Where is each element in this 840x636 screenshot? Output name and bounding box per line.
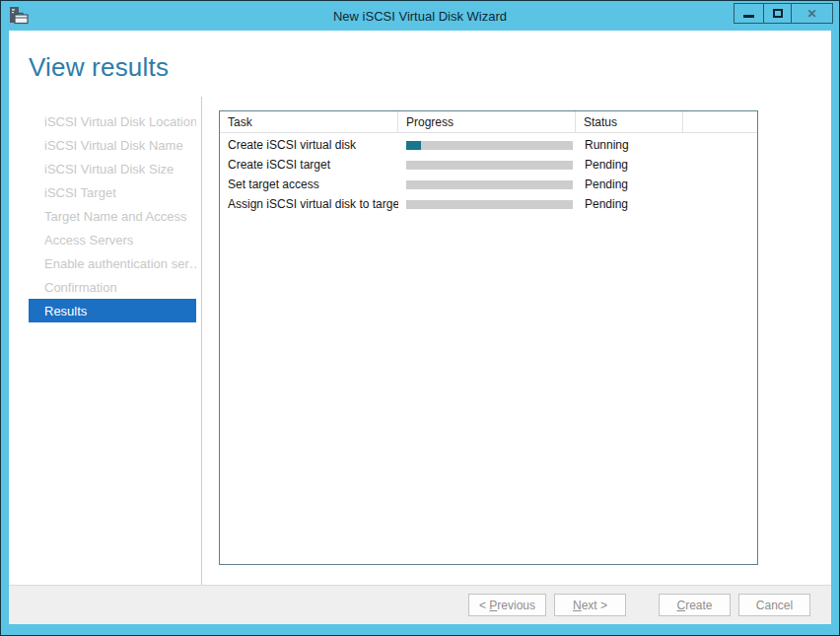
task-name: Assign iSCSI virtual disk to target <box>220 197 398 211</box>
cancel-button[interactable]: Cancel <box>738 594 810 616</box>
column-header-task[interactable]: Task <box>220 111 397 132</box>
maximize-icon <box>773 9 783 18</box>
sidebar-step-label: iSCSI Virtual Disk Location <box>44 114 196 129</box>
task-status: Pending <box>577 177 685 191</box>
close-button[interactable]: ✕ <box>791 4 832 23</box>
task-name: Create iSCSI target <box>220 158 398 172</box>
wizard-body: View results iSCSI Virtual Disk Location… <box>9 31 831 624</box>
sidebar-step-item[interactable]: iSCSI Target <box>29 180 196 204</box>
task-status: Pending <box>577 158 685 172</box>
wizard-steps-sidebar: iSCSI Virtual Disk Location iSCSI Virtua… <box>29 109 196 322</box>
sidebar-divider <box>201 97 202 603</box>
sidebar-step-item[interactable]: Confirmation <box>29 275 196 299</box>
task-progress-cell <box>398 141 577 150</box>
task-status: Running <box>577 138 685 152</box>
sidebar-step-label: Access Servers <box>44 233 133 247</box>
minimize-button[interactable] <box>735 4 763 23</box>
create-button[interactable]: Create <box>659 594 731 616</box>
wizard-footer: < Previous Next > Create Cancel <box>9 585 831 624</box>
wizard-app-icon <box>9 6 29 26</box>
progress-bar-track <box>406 200 573 209</box>
close-icon: ✕ <box>806 8 816 20</box>
task-name: Create iSCSI virtual disk <box>220 138 398 152</box>
sidebar-step-item[interactable]: Results <box>29 299 196 322</box>
maximize-button[interactable] <box>763 4 791 23</box>
sidebar-step-label: Enable authentication ser… <box>44 256 196 271</box>
progress-bar-track <box>406 161 573 170</box>
progress-bar-track <box>406 141 573 150</box>
sidebar-step-label: iSCSI Virtual Disk Size <box>44 162 174 177</box>
task-row: Set target access Pending <box>220 175 757 194</box>
sidebar-step-item[interactable]: Access Servers <box>29 228 196 251</box>
results-task-table: Task Progress Status Create iSCSI virtua… <box>219 110 758 565</box>
task-status: Pending <box>577 197 685 211</box>
sidebar-step-item[interactable]: iSCSI Virtual Disk Size <box>29 157 196 180</box>
column-header-progress[interactable]: Progress <box>397 111 575 132</box>
sidebar-step-label: Confirmation <box>44 280 117 295</box>
task-progress-cell <box>398 180 577 189</box>
progress-bar-track <box>406 180 573 189</box>
page-title: View results <box>29 52 169 83</box>
next-button[interactable]: Next > <box>554 594 626 616</box>
sidebar-step-label: Target Name and Access <box>44 209 187 224</box>
column-header-status[interactable]: Status <box>575 111 682 132</box>
window-title: New iSCSI Virtual Disk Wizard <box>333 9 507 24</box>
sidebar-step-label: iSCSI Virtual Disk Name <box>44 138 183 153</box>
minimize-icon <box>743 15 754 18</box>
task-progress-cell <box>398 200 577 209</box>
task-row: Assign iSCSI virtual disk to target Pend… <box>220 194 757 214</box>
table-rows: Create iSCSI virtual disk Running Create… <box>220 133 757 214</box>
sidebar-step-label: Results <box>44 304 87 318</box>
window-controls: ✕ <box>734 3 833 24</box>
progress-bar-fill <box>406 141 421 150</box>
titlebar: New iSCSI Virtual Disk Wizard ✕ <box>1 1 839 31</box>
sidebar-step-item[interactable]: Target Name and Access <box>29 204 196 228</box>
sidebar-step-item[interactable]: iSCSI Virtual Disk Name <box>29 133 196 157</box>
sidebar-step-item[interactable]: iSCSI Virtual Disk Location <box>29 109 196 133</box>
sidebar-step-item[interactable]: Enable authentication ser… <box>29 251 196 275</box>
table-header-row: Task Progress Status <box>220 111 757 133</box>
previous-button[interactable]: < Previous <box>468 594 546 616</box>
task-name: Set target access <box>220 177 398 191</box>
task-row: Create iSCSI virtual disk Running <box>220 135 757 155</box>
sidebar-step-label: iSCSI Target <box>44 185 116 200</box>
column-header-blank <box>682 111 757 132</box>
task-progress-cell <box>398 161 577 170</box>
task-row: Create iSCSI target Pending <box>220 155 757 175</box>
wizard-window: New iSCSI Virtual Disk Wizard ✕ View res… <box>0 0 840 636</box>
